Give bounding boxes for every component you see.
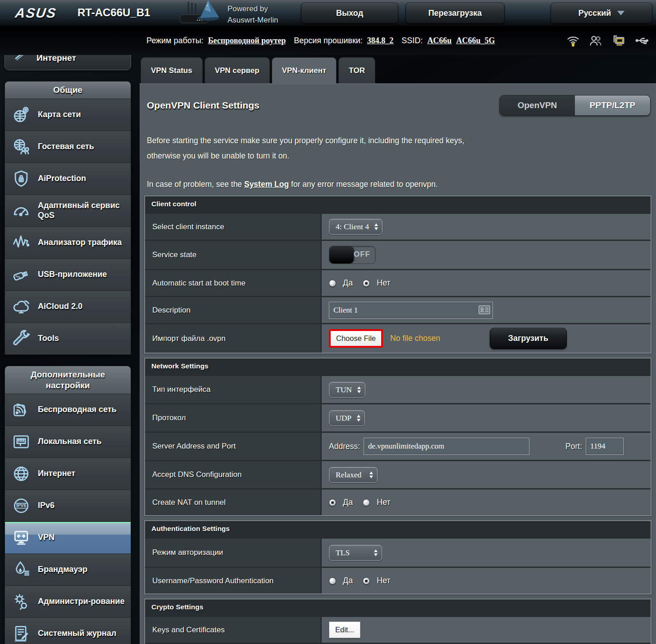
tab-vpn-server[interactable]: VPN сервер: [205, 57, 270, 83]
service-state-toggle[interactable]: OFF: [329, 246, 376, 264]
traffic-analyzer-icon: [11, 233, 31, 253]
crypto-settings-header: Crypto Settings: [145, 599, 651, 616]
auto-start-no-radio[interactable]: [363, 280, 370, 287]
row-label: Automatic start at boot time: [145, 270, 322, 296]
userpass-no-radio[interactable]: [363, 577, 370, 585]
language-selector[interactable]: Русский: [551, 3, 652, 23]
status-info-bar: Режим работы: Беспроводной роутер Версия…: [0, 27, 656, 55]
note-text: In case of problem, see the System Log f…: [147, 180, 649, 189]
nat-yes-radio[interactable]: [329, 499, 336, 506]
reboot-button[interactable]: Перезагрузка: [405, 3, 505, 23]
network-map-icon: [11, 105, 31, 125]
usb-icon[interactable]: [634, 33, 650, 48]
mode-link[interactable]: Беспроводной роутер: [208, 36, 286, 45]
sidebar-item-system-log[interactable]: Системный журнал: [5, 617, 131, 644]
select-arrows-icon: [357, 386, 361, 393]
tab-vpn-status[interactable]: VPN Status: [141, 57, 203, 83]
row-label: Username/Password Authentication: [145, 568, 322, 594]
sidebar-section-general: Общие Карта сети Гостевая сеть: [5, 81, 131, 355]
sidebar-item-internet[interactable]: Интернет: [5, 458, 131, 490]
port-label: Port:: [565, 442, 582, 451]
file-status-text: No file chosen: [390, 334, 440, 343]
client-control-header: Client control: [145, 196, 651, 213]
server-port-input[interactable]: [586, 438, 624, 455]
auth-mode-select[interactable]: TLS: [329, 545, 382, 561]
openvpn-toggle-button[interactable]: OpenVPN: [500, 95, 575, 115]
wifi-status-icon[interactable]: [566, 33, 580, 48]
sidebar-item-aicloud[interactable]: AiCloud 2.0: [5, 290, 131, 322]
row-label: Select client instance: [145, 214, 322, 240]
userpass-yes-radio[interactable]: [329, 577, 336, 585]
authentication-settings-header: Authentication Settings: [145, 521, 651, 537]
firewall-flame-icon: [11, 560, 31, 580]
description-input[interactable]: [329, 302, 493, 319]
auto-start-yes-radio[interactable]: [329, 280, 336, 287]
sidebar-item-usb-application[interactable]: USB-приложение: [5, 259, 131, 290]
sidebar-item-traffic-analyzer[interactable]: Анализатор трафика: [5, 227, 131, 259]
table-row: Description: [145, 296, 651, 323]
table-row: Тип интерфейса TUN: [145, 375, 651, 403]
vpn-monitor-icon: [11, 528, 31, 548]
vpn-tab-bar: VPN Status VPN сервер VPN-клиент TOR: [141, 57, 375, 83]
sidebar-item-aiprotection[interactable]: AiProtection: [5, 163, 131, 195]
row-label: Импорт файла .ovpn: [145, 324, 322, 353]
sidebar-item-qos[interactable]: Адаптивный сервис QoS: [5, 195, 131, 227]
clients-icon[interactable]: [588, 33, 603, 48]
row-label: Server Address and Port: [145, 433, 322, 460]
row-label: Accept DNS Configuration: [145, 461, 322, 488]
upload-button[interactable]: Загрузить: [490, 328, 567, 349]
tab-tor[interactable]: TOR: [338, 57, 375, 83]
server-address-input[interactable]: [364, 438, 529, 455]
firmware-link[interactable]: 384.8_2: [367, 36, 394, 45]
vpn-type-toggle: OpenVPN PPTP/L2TP: [499, 95, 651, 116]
usb-app-icon: [11, 265, 31, 285]
sidebar-item-lan[interactable]: Локальная сеть: [5, 426, 131, 458]
accept-dns-select[interactable]: Relaxed: [329, 467, 378, 483]
system-log-icon: [11, 624, 31, 644]
mode-label: Режим работы:: [146, 36, 204, 45]
aiprotection-shield-icon: [11, 169, 31, 189]
intro-text: Before starting the service make sure yo…: [147, 133, 649, 163]
crypto-settings-table: Crypto Settings Keys and Certificates Ed…: [144, 599, 651, 644]
section-title-general: Общие: [5, 82, 131, 99]
section-title-advanced: Дополнительные настройки: [5, 366, 131, 394]
nat-no-radio[interactable]: [363, 499, 370, 506]
row-label: Create NAT on tunnel: [145, 490, 322, 515]
row-label: Service state: [145, 241, 322, 269]
page-title: OpenVPN Client Settings: [147, 100, 260, 111]
table-row: Accept DNS Configuration Relaxed: [145, 460, 651, 488]
row-label: Description: [145, 297, 322, 323]
sidebar-item-tools[interactable]: Tools: [5, 322, 131, 354]
sidebar-item-network-map[interactable]: Карта сети: [5, 99, 131, 131]
logout-button[interactable]: Выход: [301, 3, 398, 23]
table-row: Username/Password Authentication Да Нет: [145, 567, 651, 594]
network-settings-table: Network Settings Тип интерфейса TUN Прот…: [144, 358, 651, 516]
tools-wrench-icon: [11, 329, 31, 349]
wireless-icon: [11, 400, 31, 420]
tab-vpn-client[interactable]: VPN-клиент: [272, 57, 337, 83]
sidebar-item-administration[interactable]: Администри-рование: [5, 585, 131, 617]
pptp-l2tp-toggle-button[interactable]: PPTP/L2TP: [575, 95, 650, 115]
client-instance-select[interactable]: 4: Client 4: [329, 219, 383, 235]
sidebar: Быстрая настройка Интернет Общие Карта с…: [5, 35, 131, 644]
sidebar-item-ipv6[interactable]: IPV6 IPv6: [5, 490, 131, 522]
sidebar-item-wireless[interactable]: Беспроводная сеть: [5, 394, 131, 426]
authentication-settings-table: Authentication Settings Режим авторизаци…: [144, 520, 651, 594]
edit-keys-button[interactable]: Edit...: [329, 621, 360, 638]
aicloud-icon: [11, 297, 31, 317]
firmware-label: Версия прошивки:: [294, 36, 363, 45]
ssid-24-link[interactable]: AC66u: [427, 36, 451, 45]
media-server-icon[interactable]: [611, 33, 626, 48]
sidebar-item-vpn[interactable]: VPN: [5, 522, 131, 553]
asus-logo: ASUS: [14, 5, 58, 21]
merlin-router-illustration: [177, 0, 224, 28]
powered-by-text: Powered by Asuswrt-Merlin: [228, 4, 278, 26]
sidebar-item-guest-network[interactable]: Гостевая сеть: [5, 131, 131, 163]
sidebar-item-firewall[interactable]: Брандмауэр: [5, 553, 131, 585]
ssid-5g-link[interactable]: AC66u_5G: [456, 36, 495, 45]
chevron-down-icon: [617, 11, 624, 15]
system-log-link[interactable]: System Log: [244, 180, 289, 189]
choose-file-button[interactable]: Choose File: [329, 329, 383, 348]
interface-type-select[interactable]: TUN: [329, 382, 365, 398]
protocol-select[interactable]: UDP: [329, 410, 365, 426]
